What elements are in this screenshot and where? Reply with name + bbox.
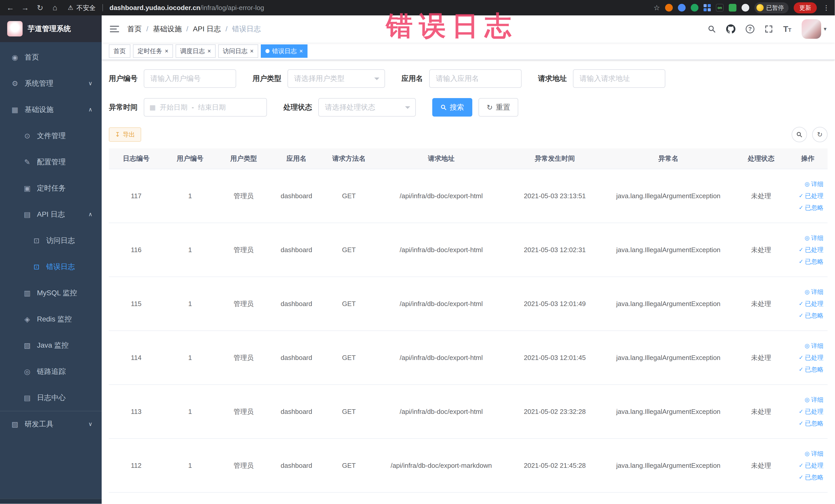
detail-link[interactable]: ◎详细: [791, 396, 823, 404]
process-link[interactable]: ✓已处理: [791, 300, 823, 308]
cell-log-id: 112: [109, 439, 163, 492]
user-id-input[interactable]: [144, 69, 236, 88]
sidebar-item-redis-monitor[interactable]: ◈ Redis 监控: [0, 306, 102, 332]
sidebar-item-access-log[interactable]: ⊡ 访问日志: [0, 227, 102, 254]
process-status-select[interactable]: [318, 98, 416, 117]
ignore-link[interactable]: ✓已忽略: [791, 365, 823, 374]
tab-home[interactable]: 首页: [109, 44, 130, 58]
infrastructure-icon: ▦: [10, 105, 20, 114]
sidebar: 芋道管理系统 ◉ 首页 ⚙ 系统管理 ∨ ▦ 基础设施 ∧ ⊙ 文件管理 ✎: [0, 15, 102, 504]
exception-time-range-picker[interactable]: ▦ 开始日期 - 结束日期: [144, 98, 267, 117]
process-link[interactable]: ✓已处理: [791, 354, 823, 362]
detail-link[interactable]: ◎详细: [791, 449, 823, 458]
cell-app-name: dashboard: [270, 439, 322, 492]
cell-user-type: 管理员: [217, 223, 270, 277]
tab-schedule-log[interactable]: 调度日志 ×: [176, 44, 216, 58]
detail-link[interactable]: ◎详细: [791, 342, 823, 350]
sidebar-item-file-management[interactable]: ⊙ 文件管理: [0, 123, 102, 149]
ignore-link[interactable]: ✓已忽略: [791, 258, 823, 266]
toggle-search-button[interactable]: [792, 127, 807, 142]
back-icon[interactable]: ←: [5, 3, 15, 12]
process-link[interactable]: ✓已处理: [791, 246, 823, 254]
extension-icon-grid[interactable]: [704, 4, 711, 11]
reload-icon[interactable]: ↻: [35, 3, 45, 12]
breadcrumb-home[interactable]: 首页: [127, 24, 142, 34]
tab-scheduled-tasks[interactable]: 定时任务 ×: [133, 44, 173, 58]
breadcrumb-infrastructure[interactable]: 基础设施: [153, 24, 182, 34]
search-icon[interactable]: [708, 25, 716, 33]
process-link[interactable]: ✓已处理: [791, 407, 823, 416]
ignore-link[interactable]: ✓已忽略: [791, 311, 823, 320]
sidebar-item-label: 配置管理: [37, 157, 66, 167]
user-avatar[interactable]: [802, 19, 821, 39]
ignore-link[interactable]: ✓已忽略: [791, 473, 823, 481]
sidebar-item-config-management[interactable]: ✎ 配置管理: [0, 149, 102, 175]
address-bar[interactable]: dashboard.yudao.iocoder.cn/infra/log/api…: [109, 4, 264, 12]
sidebar-item-java-monitor[interactable]: ▧ Java 监控: [0, 332, 102, 358]
sidebar-item-scheduled-tasks[interactable]: ▣ 定时任务: [0, 175, 102, 201]
detail-link[interactable]: ◎详细: [791, 288, 823, 296]
detail-link[interactable]: ◎详细: [791, 234, 823, 242]
user-menu[interactable]: ▾: [802, 19, 827, 39]
extension-icon-leaf[interactable]: [729, 4, 736, 12]
tab-error-log[interactable]: 错误日志 ×: [261, 44, 307, 58]
caret-down-icon: ▾: [824, 26, 827, 32]
sidebar-item-api-logs[interactable]: ▤ API 日志 ∧: [0, 201, 102, 227]
breadcrumb-current: 错误日志: [232, 24, 261, 34]
col-request-url: 请求地址: [375, 148, 507, 169]
close-icon[interactable]: ×: [250, 48, 253, 54]
tab-access-log[interactable]: 访问日志 ×: [218, 44, 258, 58]
process-link[interactable]: ✓已处理: [791, 192, 823, 200]
cell-request-url: /api/infra/db-doc/export-markdown: [375, 439, 507, 492]
exception-time-label: 异常时间: [109, 102, 138, 112]
sidebar-item-label: Redis 监控: [37, 314, 72, 324]
sidebar-item-log-center[interactable]: ▤ 日志中心: [0, 385, 102, 411]
close-icon[interactable]: ×: [299, 48, 303, 54]
help-icon[interactable]: ?: [746, 25, 754, 33]
hamburger-icon[interactable]: [110, 25, 119, 33]
search-button[interactable]: 搜索: [432, 98, 472, 117]
browser-menu-icon[interactable]: ⋮: [823, 4, 830, 12]
extension-icon-orange[interactable]: [665, 4, 673, 12]
home-icon[interactable]: ⌂: [50, 3, 60, 12]
github-icon[interactable]: [726, 24, 735, 34]
extension-icon-paw[interactable]: [741, 4, 749, 12]
sidebar-item-label: Java 监控: [37, 340, 68, 350]
cell-status: 未处理: [734, 277, 788, 331]
sidebar-item-infrastructure[interactable]: ▦ 基础设施 ∧: [0, 97, 102, 123]
refresh-icon: ↻: [817, 131, 823, 139]
export-button[interactable]: ↧ 导出: [109, 127, 141, 142]
request-url-input[interactable]: [573, 69, 665, 88]
breadcrumb-api-logs[interactable]: API 日志: [193, 24, 221, 34]
extension-icon-tampermonkey[interactable]: on: [716, 4, 724, 12]
sidebar-item-mysql-monitor[interactable]: ▥ MySQL 监控: [0, 280, 102, 306]
sidebar-item-trace[interactable]: ◎ 链路追踪: [0, 358, 102, 385]
sidebar-item-home[interactable]: ◉ 首页: [0, 44, 102, 70]
user-type-select[interactable]: [287, 69, 385, 88]
extension-icon-blue-drop[interactable]: [678, 4, 686, 12]
ignore-link[interactable]: ✓已忽略: [791, 204, 823, 212]
font-size-icon[interactable]: TT: [783, 24, 791, 34]
ignore-link[interactable]: ✓已忽略: [791, 419, 823, 427]
detail-link[interactable]: ◎详细: [791, 180, 823, 188]
process-link[interactable]: ✓已处理: [791, 461, 823, 469]
tab-label: 首页: [114, 47, 126, 55]
security-label: 不安全: [77, 4, 96, 12]
java-icon: ▧: [23, 341, 32, 350]
tab-label: 调度日志: [180, 47, 205, 55]
forward-icon[interactable]: →: [20, 3, 30, 12]
app-name-input[interactable]: [429, 69, 522, 88]
reset-button[interactable]: ↻ 重置: [478, 98, 518, 117]
profile-chip[interactable]: 已暂停: [754, 2, 789, 13]
sidebar-item-system[interactable]: ⚙ 系统管理 ∨: [0, 70, 102, 97]
site-security-button[interactable]: ⚠ 不安全: [68, 4, 96, 12]
extension-icon-green[interactable]: [691, 4, 698, 12]
browser-update-button[interactable]: 更新: [794, 2, 817, 13]
close-icon[interactable]: ×: [165, 48, 168, 54]
close-icon[interactable]: ×: [207, 48, 211, 54]
fullscreen-icon[interactable]: [765, 25, 773, 33]
bookmark-star-icon[interactable]: ☆: [653, 4, 660, 12]
refresh-table-button[interactable]: ↻: [812, 127, 828, 142]
sidebar-item-error-log[interactable]: ⊡ 错误日志: [0, 254, 102, 280]
sidebar-item-devtools[interactable]: ▨ 研发工具 ∨: [0, 411, 102, 437]
